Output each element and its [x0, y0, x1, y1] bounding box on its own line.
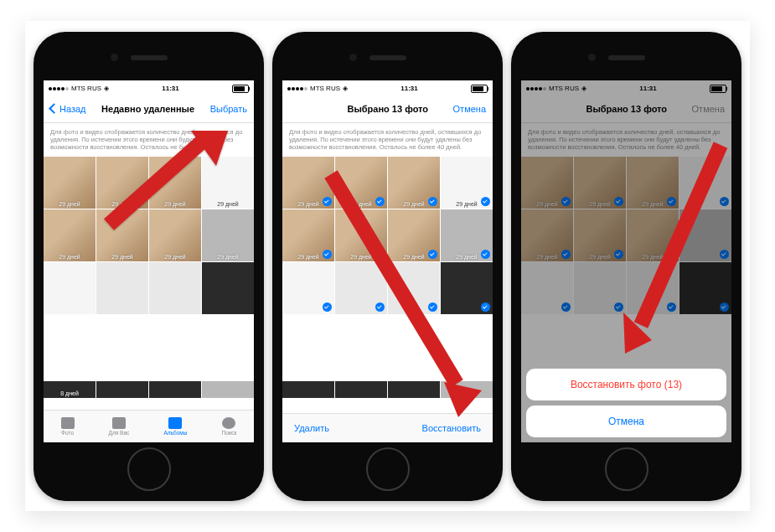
- tab-photos[interactable]: Фото: [61, 417, 75, 436]
- check-icon: [667, 197, 676, 206]
- photo-thumb[interactable]: [149, 262, 201, 314]
- info-text: Для фото и видео отображается количество…: [44, 123, 254, 157]
- tutorial-frame: MTS RUS ◈ 11:31 Назад Недавно удаленные …: [25, 21, 750, 511]
- wifi-icon: ◈: [343, 85, 348, 92]
- navbar: Назад Недавно удаленные Выбрать: [44, 96, 254, 123]
- tab-albums[interactable]: Альбомы: [163, 417, 187, 436]
- photo-thumb[interactable]: [202, 381, 254, 398]
- actionsheet-group: Восстановить фото (13): [526, 369, 726, 400]
- tab-search[interactable]: Поиск: [221, 417, 236, 436]
- photo-thumb[interactable]: 29 дней: [149, 157, 201, 209]
- check-icon: [614, 197, 623, 206]
- photo-thumb: 29 дней: [521, 209, 573, 261]
- photo-thumb[interactable]: [335, 381, 387, 398]
- actionsheet: Восстановить фото (13) Отмена: [526, 369, 726, 437]
- photo-thumb[interactable]: [441, 381, 493, 398]
- photo-thumb: 29 дней: [574, 157, 626, 209]
- navbar-title: Выбрано 13 фото: [561, 104, 692, 114]
- statusbar: MTS RUS ◈ 11:31: [282, 80, 493, 96]
- photo-thumb[interactable]: 29 дней: [282, 157, 334, 209]
- phone-camera: [111, 54, 118, 61]
- info-text: Для фото и видео отображается количество…: [521, 123, 731, 157]
- photo-thumb[interactable]: [441, 262, 493, 314]
- statusbar: MTS RUS ◈ 11:31: [44, 80, 254, 96]
- phone-camera: [349, 54, 357, 61]
- search-icon: [222, 417, 235, 429]
- photo-thumb[interactable]: 29 дней: [282, 209, 334, 261]
- check-icon: [720, 250, 729, 259]
- photo-thumb[interactable]: 29 дней: [335, 157, 387, 209]
- photo-thumb[interactable]: [282, 262, 334, 314]
- photo-thumb[interactable]: [149, 381, 201, 398]
- photo-thumb: [679, 209, 731, 261]
- photo-thumb[interactable]: 29 дней: [96, 157, 148, 209]
- chevron-left-icon: [49, 103, 59, 114]
- cancel-button[interactable]: Отмена: [453, 104, 486, 114]
- photo-grid: 29 дней 29 дней 29 дней 29 дней 29 дней …: [282, 157, 493, 314]
- check-icon: [614, 250, 623, 259]
- photo-thumb[interactable]: [388, 381, 440, 398]
- photo-thumb[interactable]: 29 дней: [44, 157, 96, 209]
- actionsheet-cancel-button[interactable]: Отмена: [526, 405, 726, 437]
- photo-thumb: [574, 262, 626, 314]
- check-icon: [720, 302, 729, 312]
- carrier-label: MTS RUS: [310, 85, 340, 92]
- delete-button[interactable]: Удалить: [294, 423, 329, 433]
- photo-thumb[interactable]: 29 дней: [335, 209, 387, 261]
- tab-for-you[interactable]: Для Вас: [109, 417, 130, 436]
- photo-thumb[interactable]: 29 дней: [202, 209, 254, 261]
- statusbar-time: 11:31: [162, 85, 178, 92]
- photo-thumb[interactable]: [44, 262, 96, 314]
- photo-thumb[interactable]: [96, 262, 148, 314]
- check-icon: [375, 250, 385, 259]
- signal-icon: [287, 87, 307, 90]
- battery-icon: [471, 85, 488, 93]
- photo-thumb[interactable]: 29 дней: [44, 209, 96, 261]
- screen-1: MTS RUS ◈ 11:31 Назад Недавно удаленные …: [44, 80, 254, 442]
- photo-thumb[interactable]: 29 дней: [149, 209, 201, 261]
- tabbar: Фото Для Вас Альбомы Поиск: [44, 410, 254, 442]
- photo-thumb[interactable]: 29 дней: [202, 157, 254, 209]
- restore-button[interactable]: Восстановить: [422, 423, 481, 433]
- signal-icon: [49, 87, 69, 90]
- photos-icon: [61, 417, 75, 429]
- photo-thumb[interactable]: [202, 262, 254, 314]
- home-button[interactable]: [366, 447, 410, 491]
- info-text: Для фото и видео отображается количество…: [282, 123, 493, 157]
- check-icon: [667, 250, 676, 259]
- navbar: Выбрано 13 фото Отмена: [282, 96, 493, 123]
- photo-row: 8 дней: [44, 381, 254, 398]
- photo-thumb: [679, 262, 731, 314]
- statusbar: MTS RUS ◈ 11:31: [521, 80, 731, 96]
- check-icon: [323, 250, 332, 259]
- signal-icon: [526, 87, 546, 90]
- photo-thumb[interactable]: 29 дней: [388, 209, 440, 261]
- bottom-toolbar: Удалить Восстановить: [282, 413, 493, 442]
- photo-thumb[interactable]: 29 дней: [441, 209, 493, 261]
- check-icon: [375, 302, 385, 312]
- photo-thumb[interactable]: [282, 381, 334, 398]
- check-icon: [428, 302, 437, 312]
- check-icon: [428, 250, 437, 259]
- actionsheet-cancel-group: Отмена: [526, 405, 726, 437]
- photo-thumb[interactable]: [335, 262, 387, 314]
- check-icon: [481, 250, 490, 259]
- navbar-title: Выбрано 13 фото: [323, 104, 453, 114]
- check-icon: [720, 197, 729, 206]
- photo-thumb[interactable]: 29 дней: [388, 157, 440, 209]
- statusbar-time: 11:31: [400, 85, 417, 92]
- photo-thumb[interactable]: [388, 262, 440, 314]
- home-button[interactable]: [605, 447, 648, 491]
- select-button[interactable]: Выбрать: [210, 104, 247, 114]
- photo-thumb[interactable]: 29 дней: [441, 157, 493, 209]
- check-icon: [375, 197, 385, 206]
- check-icon: [561, 197, 571, 206]
- photo-thumb[interactable]: [96, 381, 148, 398]
- restore-photos-button[interactable]: Восстановить фото (13): [526, 369, 726, 400]
- blank-space: [282, 314, 493, 381]
- back-label: Назад: [59, 104, 86, 114]
- photo-thumb[interactable]: 29 дней: [96, 209, 148, 261]
- home-button[interactable]: [127, 447, 171, 491]
- back-button[interactable]: Назад: [50, 104, 86, 114]
- photo-thumb[interactable]: 8 дней: [44, 381, 96, 398]
